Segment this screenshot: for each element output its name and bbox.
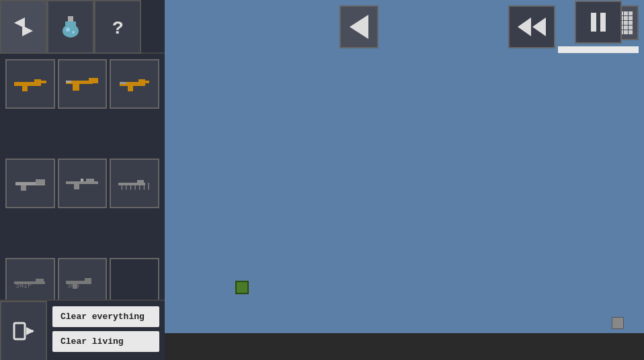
entity-bottom-right xyxy=(612,317,624,329)
svg-rect-14 xyxy=(73,84,79,91)
top-right-controls xyxy=(503,0,644,54)
game-entity xyxy=(235,281,249,294)
svg-rect-22 xyxy=(36,179,45,185)
svg-rect-27 xyxy=(81,179,83,181)
svg-rect-30 xyxy=(137,180,144,185)
svg-rect-10 xyxy=(41,81,46,83)
svg-rect-20 xyxy=(120,82,126,84)
exit-button[interactable] xyxy=(0,301,47,360)
weapon-cell-3[interactable] xyxy=(110,59,159,109)
rewind-icon xyxy=(518,17,546,36)
svg-text:?: ? xyxy=(112,18,124,39)
svg-rect-15 xyxy=(66,81,71,83)
svg-rect-25 xyxy=(86,179,94,184)
volume-bar[interactable] xyxy=(558,46,639,53)
svg-rect-40 xyxy=(26,330,33,332)
weapon-cell-1[interactable] xyxy=(5,59,55,109)
svg-rect-38 xyxy=(14,323,25,339)
svg-rect-26 xyxy=(74,184,79,189)
weapon-cell-2[interactable] xyxy=(58,59,108,109)
weapon-cell-4[interactable] xyxy=(5,159,55,208)
pause-volume-group xyxy=(558,1,639,53)
bottom-bar xyxy=(165,333,644,360)
svg-rect-18 xyxy=(144,81,149,83)
svg-text:||||||||: |||||||| xyxy=(120,181,151,190)
toolbar: ? xyxy=(0,0,165,54)
clear-everything-button[interactable]: Clear everything xyxy=(52,306,159,327)
svg-rect-9 xyxy=(34,79,41,86)
pause-button[interactable] xyxy=(575,1,622,44)
svg-rect-8 xyxy=(14,82,34,86)
svg-rect-37 xyxy=(73,284,77,289)
pause-icon xyxy=(591,13,606,32)
svg-point-5 xyxy=(66,28,70,32)
svg-rect-2 xyxy=(68,16,73,21)
svg-rect-11 xyxy=(22,86,28,91)
clear-living-button[interactable]: Clear living xyxy=(52,331,159,352)
svg-rect-4 xyxy=(65,21,76,27)
bottom-left-panel: Clear everything Clear living xyxy=(0,300,165,360)
svg-marker-1 xyxy=(22,26,33,36)
potion-button[interactable] xyxy=(47,0,94,54)
svg-rect-13 xyxy=(89,78,98,83)
swap-button[interactable] xyxy=(0,0,47,54)
clear-buttons-container: Clear everything Clear living xyxy=(47,301,165,357)
svg-point-6 xyxy=(72,31,75,34)
weapon-cell-5[interactable] xyxy=(58,159,108,208)
game-canvas xyxy=(165,0,644,333)
help-button[interactable]: ? xyxy=(94,0,141,54)
back-button[interactable] xyxy=(339,5,378,48)
weapon-cell-6[interactable]: |||||||| xyxy=(110,159,159,208)
svg-rect-33 xyxy=(36,279,44,284)
rewind-button[interactable] xyxy=(508,5,555,48)
svg-rect-23 xyxy=(21,185,26,191)
svg-rect-36 xyxy=(85,278,91,284)
svg-rect-19 xyxy=(128,86,133,91)
